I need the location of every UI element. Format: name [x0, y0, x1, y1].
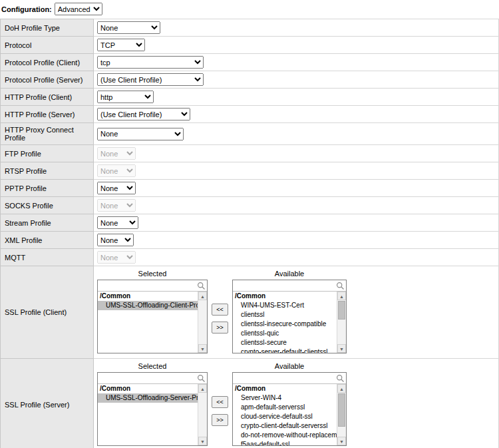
- protocol-select[interactable]: TCP: [97, 39, 145, 51]
- ftp-profile-select: None: [97, 147, 136, 160]
- list-group-label: /Common: [98, 292, 207, 301]
- stream-profile-select[interactable]: None: [97, 216, 138, 229]
- row-label: RTSP Profile: [1, 162, 94, 180]
- ssl-client-dual-list: Selected /Common UMS-SSL-Offloading-Clie…: [97, 268, 495, 356]
- row-protocol-profile-server: Protocol Profile (Server) (Use Client Pr…: [1, 71, 499, 89]
- ssl-client-selected-filter-input[interactable]: [98, 280, 207, 292]
- pptp-profile-select[interactable]: None: [97, 182, 136, 194]
- scrollbar[interactable]: ▲ ▼: [198, 384, 207, 445]
- scroll-up-icon[interactable]: ▲: [198, 292, 207, 300]
- list-item[interactable]: crypto-client-default-serverssl: [233, 421, 346, 431]
- row-pptp-profile: PPTP Profile None: [1, 180, 499, 197]
- protocol-profile-server-select[interactable]: (Use Client Profile): [97, 73, 204, 86]
- available-header: Available: [275, 269, 304, 280]
- row-protocol-profile-client: Protocol Profile (Client) tcp: [1, 54, 499, 71]
- configuration-select[interactable]: Advanced: [55, 3, 102, 15]
- configuration-table: DoH Profile Type None Protocol TCP Proto…: [0, 19, 499, 448]
- list-item[interactable]: f5aas-default-ssl: [233, 440, 346, 445]
- row-rtsp-profile: RTSP Profile None: [1, 162, 499, 180]
- search-icon: [336, 282, 345, 292]
- row-http-profile-client: HTTP Profile (Client) http: [1, 89, 499, 106]
- ssl-client-available-box[interactable]: /Common WIN4-UMS-EST-Cert clientssl clie…: [232, 280, 347, 353]
- scroll-down-icon[interactable]: ▼: [198, 344, 207, 353]
- ssl-server-selected-filter-input[interactable]: [98, 373, 207, 384]
- move-left-button[interactable]: <<: [212, 304, 228, 316]
- list-item[interactable]: clientssl-secure: [233, 338, 346, 347]
- row-label: FTP Profile: [1, 145, 94, 162]
- row-label: HTTP Proxy Connect Profile: [1, 123, 94, 145]
- row-http-profile-server: HTTP Profile (Server) (Use Client Profil…: [1, 106, 499, 123]
- scroll-up-icon[interactable]: ▲: [337, 292, 346, 300]
- configuration-label: Configuration:: [1, 5, 52, 13]
- move-left-button[interactable]: <<: [212, 396, 228, 408]
- configuration-bar: Configuration: Advanced: [0, 0, 499, 19]
- scrollbar[interactable]: ▲ ▼: [198, 292, 207, 353]
- list-item-selected[interactable]: UMS-SSL-Offloading-Server-Profile: [98, 393, 207, 403]
- doh-profile-type-select[interactable]: None: [97, 21, 160, 34]
- row-protocol: Protocol TCP: [1, 37, 499, 54]
- http-proxy-connect-profile-select[interactable]: None: [97, 128, 184, 140]
- scroll-down-icon[interactable]: ▼: [337, 437, 346, 445]
- ssl-client-selected-box[interactable]: /Common UMS-SSL-Offloading-Client-Profil…: [97, 280, 208, 353]
- ssl-client-available-filter-input[interactable]: [233, 280, 346, 292]
- move-right-button[interactable]: >>: [212, 322, 228, 334]
- list-item[interactable]: Server-WIN-4: [233, 393, 346, 403]
- row-label: Protocol: [1, 37, 94, 54]
- row-label: Stream Profile: [1, 214, 94, 232]
- row-ftp-profile: FTP Profile None: [1, 145, 499, 162]
- scroll-up-icon[interactable]: ▲: [198, 384, 207, 393]
- selected-header: Selected: [138, 269, 167, 280]
- list-item[interactable]: apm-default-serverssl: [233, 403, 346, 412]
- search-icon: [336, 374, 345, 384]
- list-item-selected[interactable]: UMS-SSL-Offloading-Client-Profile: [98, 301, 207, 310]
- available-header: Available: [275, 361, 304, 372]
- http-profile-server-select[interactable]: (Use Client Profile): [97, 108, 190, 120]
- search-icon: [197, 374, 206, 384]
- row-label: Protocol Profile (Server): [1, 71, 94, 89]
- row-xml-profile: XML Profile None: [1, 232, 499, 249]
- ssl-server-available-filter-input[interactable]: [233, 373, 346, 384]
- row-label: Protocol Profile (Client): [1, 54, 94, 71]
- list-item[interactable]: clientssl-quic: [233, 329, 346, 338]
- row-label: HTTP Profile (Client): [1, 89, 94, 106]
- scrollbar-thumb[interactable]: [338, 393, 345, 427]
- scroll-down-icon[interactable]: ▼: [198, 437, 207, 445]
- row-stream-profile: Stream Profile None: [1, 214, 499, 232]
- row-label: MQTT: [1, 249, 94, 266]
- list-group-label: /Common: [98, 384, 207, 393]
- search-icon: [197, 282, 206, 292]
- row-ssl-profile-client: SSL Profile (Client) Selected /Common UM…: [1, 266, 499, 359]
- row-label: SOCKS Profile: [1, 197, 94, 214]
- list-group-label: /Common: [233, 292, 346, 301]
- socks-profile-select: None: [97, 199, 136, 212]
- list-item[interactable]: clientssl: [233, 310, 346, 320]
- row-label: SSL Profile (Server): [1, 359, 94, 448]
- ssl-server-selected-box[interactable]: /Common UMS-SSL-Offloading-Server-Profil…: [97, 372, 208, 446]
- list-item[interactable]: cloud-service-default-ssl: [233, 412, 346, 421]
- ssl-server-available-box[interactable]: /Common Server-WIN-4 apm-default-servers…: [232, 372, 347, 446]
- row-http-proxy-connect-profile: HTTP Proxy Connect Profile None: [1, 123, 499, 145]
- list-item[interactable]: clientssl-insecure-compatible: [233, 320, 346, 329]
- list-item[interactable]: crypto-server-default-clientssl: [233, 347, 346, 353]
- scroll-down-icon[interactable]: ▼: [337, 344, 346, 353]
- move-right-button[interactable]: >>: [212, 414, 228, 426]
- selected-header: Selected: [138, 361, 167, 372]
- mqtt-select: None: [97, 251, 136, 264]
- row-label: XML Profile: [1, 232, 94, 249]
- row-label: DoH Profile Type: [1, 19, 94, 37]
- scrollbar[interactable]: ▲ ▼: [337, 384, 346, 445]
- row-label: PPTP Profile: [1, 180, 94, 197]
- http-profile-client-select[interactable]: http: [97, 91, 154, 103]
- row-mqtt: MQTT None: [1, 249, 499, 266]
- protocol-profile-client-select[interactable]: tcp: [97, 56, 204, 69]
- list-group-label: /Common: [233, 384, 346, 393]
- row-label: SSL Profile (Client): [1, 266, 94, 359]
- scrollbar[interactable]: ▲ ▼: [337, 292, 346, 353]
- scroll-up-icon[interactable]: ▲: [337, 384, 346, 393]
- row-socks-profile: SOCKS Profile None: [1, 197, 499, 214]
- row-doh-profile-type: DoH Profile Type None: [1, 19, 499, 37]
- xml-profile-select[interactable]: None: [97, 234, 134, 246]
- scrollbar-thumb[interactable]: [338, 301, 345, 320]
- list-item[interactable]: WIN4-UMS-EST-Cert: [233, 301, 346, 310]
- list-item[interactable]: do-not-remove-without-replacement: [233, 431, 346, 440]
